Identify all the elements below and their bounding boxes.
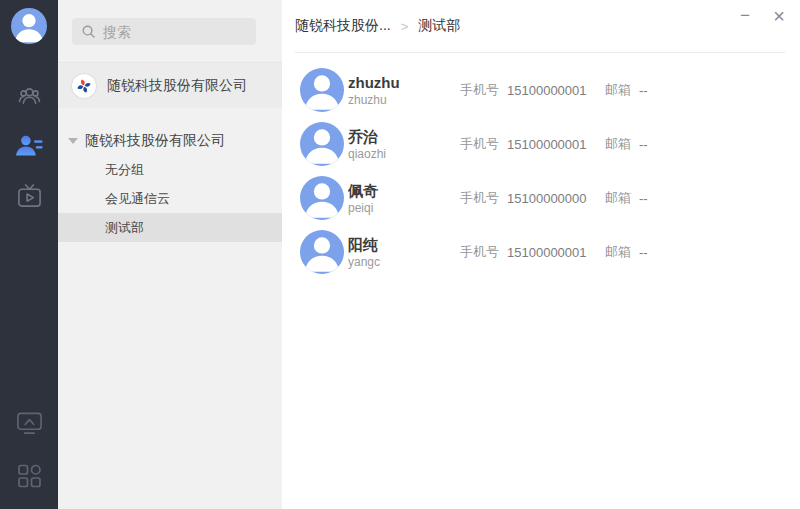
minimize-button[interactable]: − [736,4,754,28]
phone-label: 手机号 [460,243,499,261]
tree-item-department[interactable]: 会见通信云 [58,184,282,213]
app-window: 随锐科技股份有限公司 随锐科技股份有限公司 无分组 会见通信云 测试部 随锐科技… [0,0,800,509]
person-icon [300,230,344,274]
contact-username: peiqi [348,200,460,216]
person-icon [300,122,344,166]
email-value: -- [639,191,648,206]
contact-row[interactable]: 乔治 qiaozhi 手机号 15100000001 邮箱 -- [300,122,800,166]
breadcrumb-parent[interactable]: 随锐科技股份... [295,17,391,35]
contact-row[interactable]: zhuzhu zhuzhu 手机号 15100000001 邮箱 -- [300,68,800,112]
search-input[interactable] [103,24,247,40]
org-tree: 随锐科技股份有限公司 无分组 会见通信云 测试部 [58,126,282,242]
contact-username: zhuzhu [348,92,460,108]
email-value: -- [639,137,648,152]
contact-email-field: 邮箱 -- [605,189,648,207]
contact-row[interactable]: 阳纯 yangc 手机号 15100000001 邮箱 -- [300,230,800,274]
tree-item-department[interactable]: 无分组 [58,155,282,184]
tree-root-label: 随锐科技股份有限公司 [85,132,225,150]
user-avatar-icon [11,8,47,44]
contact-name: 乔治 [348,127,460,146]
search-area [58,0,282,62]
email-label: 邮箱 [605,189,631,207]
breadcrumb-divider [295,52,785,53]
person-icon [300,68,344,112]
phone-label: 手机号 [460,189,499,207]
contact-username: yangc [348,254,460,270]
contact-phone-field: 手机号 15100000000 [460,189,605,207]
breadcrumb-current: 测试部 [418,17,460,35]
contact-phone-field: 手机号 15100000001 [460,243,605,261]
sidebar-item-screen-share[interactable] [15,409,43,436]
sidebar-item-contacts[interactable] [15,132,43,159]
phone-value: 15100000001 [507,245,587,260]
phone-label: 手机号 [460,135,499,153]
company-logo [72,74,96,98]
apps-grid-icon [16,463,43,489]
screen-cast-icon [16,410,43,436]
phone-value: 15100000000 [507,191,587,206]
email-value: -- [639,83,648,98]
email-label: 邮箱 [605,243,631,261]
sidebar-bottom-group [15,409,43,509]
contact-name-block: 佩奇 peiqi [348,181,460,216]
phone-label: 手机号 [460,81,499,99]
sidebar-item-team[interactable] [15,82,43,109]
main-content: 随锐科技股份... > 测试部 − × zhuzhu zhuzhu [282,0,800,509]
contact-email-field: 邮箱 -- [605,243,648,261]
company-logo-icon [75,77,93,95]
sidebar-item-meetings[interactable] [15,182,43,209]
tree-item-department[interactable]: 测试部 [58,213,282,242]
team-icon [16,83,43,109]
contact-phone-field: 手机号 15100000001 [460,81,605,99]
contact-name: zhuzhu [348,73,460,92]
contact-row[interactable]: 佩奇 peiqi 手机号 15100000000 邮箱 -- [300,176,800,220]
email-value: -- [639,245,648,260]
chevron-down-icon[interactable] [68,138,78,144]
contact-avatar [300,68,344,112]
email-label: 邮箱 [605,135,631,153]
contact-name-block: 阳纯 yangc [348,235,460,270]
contact-username: qiaozhi [348,146,460,162]
user-avatar[interactable] [11,8,47,44]
phone-value: 15100000001 [507,83,587,98]
close-button[interactable]: × [770,4,788,28]
contact-avatar [300,176,344,220]
search-icon [81,24,96,39]
contact-email-field: 邮箱 -- [605,81,648,99]
company-name: 随锐科技股份有限公司 [107,77,247,95]
search-box[interactable] [72,18,256,45]
contact-name: 佩奇 [348,181,460,200]
contacts-panel: 随锐科技股份有限公司 随锐科技股份有限公司 无分组 会见通信云 测试部 [58,0,282,509]
contact-list: zhuzhu zhuzhu 手机号 15100000001 邮箱 -- [282,52,800,274]
breadcrumb: 随锐科技股份... > 测试部 [282,0,800,52]
contact-name-block: 乔治 qiaozhi [348,127,460,162]
meeting-tv-icon [16,183,43,209]
breadcrumb-separator-icon: > [401,19,409,34]
sidebar [0,0,58,509]
contacts-icon [16,133,43,159]
contact-phone-field: 手机号 15100000001 [460,135,605,153]
phone-value: 15100000001 [507,137,587,152]
contact-email-field: 邮箱 -- [605,135,648,153]
contact-avatar [300,230,344,274]
window-controls: − × [736,4,788,28]
company-item[interactable]: 随锐科技股份有限公司 [58,62,282,108]
contact-name: 阳纯 [348,235,460,254]
tree-root-company[interactable]: 随锐科技股份有限公司 [58,126,282,155]
email-label: 邮箱 [605,81,631,99]
contact-name-block: zhuzhu zhuzhu [348,73,460,108]
person-icon [300,176,344,220]
sidebar-item-apps[interactable] [15,462,43,489]
contact-avatar [300,122,344,166]
